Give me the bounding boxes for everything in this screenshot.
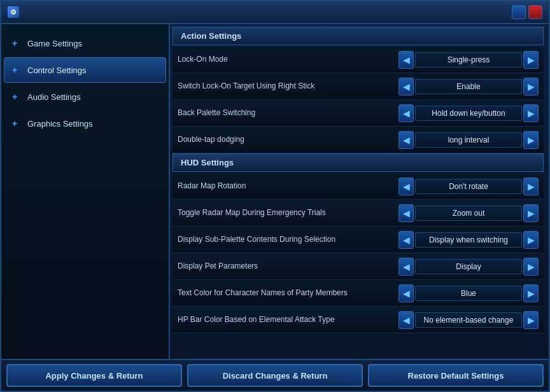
left-arrow-button[interactable]: ◀ [398, 78, 414, 95]
sidebar-item-label: Audio Settings [27, 92, 81, 102]
left-arrow-button[interactable]: ◀ [398, 311, 414, 329]
left-arrow-button[interactable]: ◀ [398, 284, 414, 302]
setting-value: Blue [415, 286, 522, 301]
setting-control: ◀ Enable ▶ [398, 78, 539, 95]
sidebar-plus-icon: + [12, 118, 22, 129]
window-icon: ⚙ [8, 6, 19, 18]
setting-name: Display Sub-Palette Contents During Sele… [178, 234, 398, 245]
section-header-hud-settings: HUD Settings [173, 153, 544, 172]
setting-name: Lock-On Mode [178, 54, 398, 65]
sidebar-item-graphics-settings[interactable]: + Graphics Settings [4, 111, 166, 136]
setting-value: Single-press [415, 52, 522, 67]
setting-row: Display Pet Parameters ◀ Display ▶ [173, 253, 544, 280]
sidebar-item-label: Graphics Settings [27, 119, 93, 129]
left-arrow-button[interactable]: ◀ [398, 258, 414, 276]
setting-row: Display Sub-Palette Contents During Sele… [173, 227, 544, 253]
setting-row: Toggle Radar Map During Emergency Trials… [173, 200, 544, 227]
setting-name: Double-tap dodging [178, 134, 398, 145]
right-arrow-button[interactable]: ▶ [523, 178, 539, 195]
right-arrow-button[interactable]: ▶ [523, 51, 539, 69]
setting-row: Text Color for Character Names of Party … [173, 280, 544, 307]
sidebar-item-label: Control Settings [27, 66, 87, 75]
setting-name: Display Pet Parameters [178, 261, 398, 272]
left-arrow-button[interactable]: ◀ [398, 231, 414, 249]
setting-control: ◀ Don't rotate ▶ [398, 178, 539, 195]
left-arrow-button[interactable]: ◀ [398, 51, 414, 69]
setting-name: Switch Lock-On Target Using Right Stick [178, 81, 398, 92]
main-content: + Game Settings + Control Settings + Aud… [1, 24, 549, 359]
apply-return-button[interactable]: Apply Changes & Return [6, 364, 182, 387]
left-arrow-button[interactable]: ◀ [398, 178, 414, 195]
setting-value: Display [415, 259, 522, 274]
setting-row: Switch Lock-On Target Using Right Stick … [173, 73, 544, 100]
settings-scroll[interactable]: Action Settings Lock-On Mode ◀ Single-pr… [173, 27, 546, 356]
setting-control: ◀ Hold down key/button ▶ [398, 104, 539, 122]
sidebar: + Game Settings + Control Settings + Aud… [1, 24, 170, 359]
setting-control: ◀ Display ▶ [398, 258, 539, 276]
right-arrow-button[interactable]: ▶ [523, 78, 539, 95]
sidebar-item-label: Game Settings [27, 39, 82, 48]
right-panel: Action Settings Lock-On Mode ◀ Single-pr… [170, 24, 549, 359]
title-bar: ⚙ [1, 1, 549, 24]
setting-value: Hold down key/button [415, 106, 522, 121]
setting-value: Zoom out [415, 206, 522, 221]
setting-row: Double-tap dodging ◀ long interval ▶ [173, 127, 544, 153]
sidebar-plus-icon: + [12, 65, 22, 75]
sidebar-item-window-init[interactable] [1, 137, 169, 143]
right-arrow-button[interactable]: ▶ [523, 284, 539, 302]
right-arrow-button[interactable]: ▶ [523, 104, 539, 122]
right-arrow-button[interactable]: ▶ [523, 311, 539, 329]
sidebar-item-control-settings[interactable]: + Control Settings [4, 57, 166, 83]
setting-value: long interval [415, 132, 522, 148]
setting-row: Radar Map Rotation ◀ Don't rotate ▶ [173, 173, 544, 200]
setting-row: HP Bar Color Based on Elemental Attack T… [173, 307, 544, 333]
bottom-bar: Apply Changes & ReturnDiscard Changes & … [1, 359, 549, 391]
restore-defaults-button[interactable]: Restore Default Settings [368, 364, 544, 387]
sidebar-plus-icon: + [12, 92, 22, 102]
right-arrow-button[interactable]: ▶ [523, 258, 539, 276]
setting-name: Text Color for Character Names of Party … [178, 288, 398, 298]
left-arrow-button[interactable]: ◀ [398, 204, 414, 222]
right-arrow-button[interactable]: ▶ [523, 231, 539, 249]
setting-value: No element-based change [415, 312, 522, 328]
right-arrow-button[interactable]: ▶ [523, 131, 539, 149]
sidebar-item-game-settings[interactable]: + Game Settings [4, 31, 166, 56]
setting-value: Display when switching [415, 232, 522, 248]
setting-value: Enable [415, 79, 522, 94]
sidebar-plus-icon: + [12, 38, 22, 48]
setting-control: ◀ Zoom out ▶ [398, 204, 539, 222]
setting-row: Back Palette Switching ◀ Hold down key/b… [173, 100, 544, 127]
right-arrow-button[interactable]: ▶ [523, 204, 539, 222]
setting-control: ◀ Blue ▶ [398, 284, 539, 302]
setting-name: Toggle Radar Map During Emergency Trials [178, 207, 398, 218]
setting-control: ◀ Display when switching ▶ [398, 231, 539, 249]
close-button[interactable] [528, 5, 542, 19]
setting-name: HP Bar Color Based on Elemental Attack T… [178, 314, 398, 325]
left-arrow-button[interactable]: ◀ [398, 104, 414, 122]
setting-name: Back Palette Switching [178, 108, 398, 118]
setting-control: ◀ No element-based change ▶ [398, 311, 539, 329]
setting-name: Radar Map Rotation [178, 181, 398, 192]
discard-return-button[interactable]: Discard Changes & Return [187, 364, 363, 387]
setting-control: ◀ long interval ▶ [398, 131, 539, 149]
help-button[interactable] [512, 5, 526, 19]
section-header-action-settings: Action Settings [173, 27, 544, 45]
setting-row: Lock-On Mode ◀ Single-press ▶ [173, 46, 544, 73]
sidebar-item-audio-settings[interactable]: + Audio Settings [4, 84, 166, 109]
setting-value: Don't rotate [415, 179, 522, 194]
setting-control: ◀ Single-press ▶ [398, 51, 539, 69]
options-window: ⚙ + Game Settings + Control Settings + A… [0, 0, 550, 392]
left-arrow-button[interactable]: ◀ [398, 131, 414, 149]
